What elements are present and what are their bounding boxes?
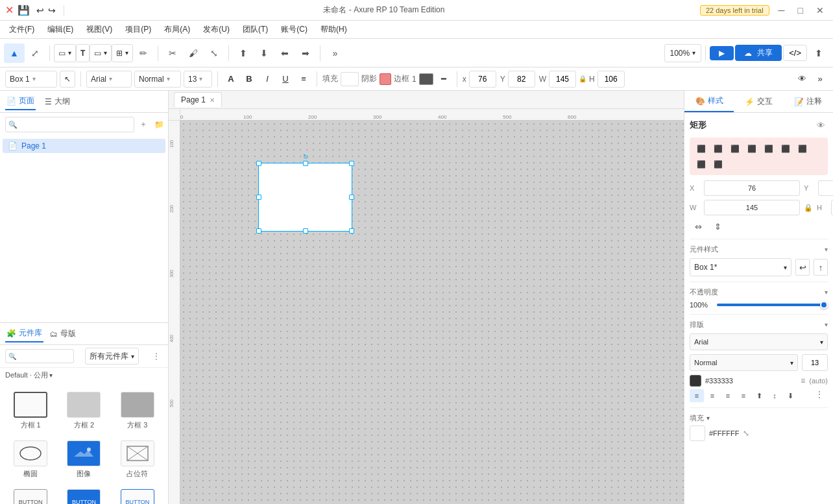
border-color-swatch[interactable]: [419, 73, 433, 85]
share-button[interactable]: ☁ 共享: [735, 45, 782, 61]
menu-help[interactable]: 帮助(H): [314, 21, 354, 38]
paint-tool[interactable]: 🖌: [183, 43, 204, 63]
lock-wh-icon[interactable]: 🔒: [804, 204, 813, 212]
handle-bm[interactable]: [303, 228, 308, 234]
align-tc-btn[interactable]: ⬛: [710, 141, 726, 156]
text-color-list-icon[interactable]: ≡: [801, 376, 805, 385]
save-icon[interactable]: 💾: [18, 5, 30, 16]
crop-tool[interactable]: ✂: [162, 43, 183, 63]
list-btn[interactable]: ≡: [296, 71, 311, 87]
visibility-toggle[interactable]: 👁: [794, 71, 810, 87]
close-btn[interactable]: ✕: [812, 4, 828, 17]
canvas-tab-page1[interactable]: Page 1 ✕: [174, 92, 222, 107]
element-style-select[interactable]: Box 1* ▾: [690, 258, 791, 276]
page-item-page1[interactable]: 📄 Page 1: [3, 139, 165, 153]
text-color-swatch[interactable]: [690, 375, 701, 387]
page-search-input[interactable]: [20, 120, 131, 129]
connection-tool[interactable]: ⤢: [25, 43, 45, 63]
tab-style[interactable]: 🎨 样式: [684, 91, 734, 112]
table-dropdown[interactable]: ⊞ ▾: [112, 44, 133, 62]
style-apply-btn[interactable]: ↩: [795, 259, 810, 276]
style-save-btn[interactable]: ↑: [814, 259, 828, 276]
text-valign-middle[interactable]: ↕: [767, 389, 782, 402]
menu-file[interactable]: 文件(F): [3, 21, 41, 38]
y-prop-input[interactable]: [818, 180, 833, 196]
flip-h-btn[interactable]: ⇔: [690, 219, 706, 234]
align-tl-btn[interactable]: ⬛: [694, 141, 709, 156]
minimize-btn[interactable]: ─: [775, 4, 789, 17]
align-mc-btn[interactable]: ⬛: [744, 141, 760, 156]
comp-item-box1[interactable]: 方框 1: [5, 388, 56, 434]
underline-btn[interactable]: U: [278, 71, 293, 87]
input-dropdown[interactable]: ▭ ▾: [90, 44, 112, 62]
y-input[interactable]: [508, 71, 535, 88]
handle-br[interactable]: [349, 228, 354, 234]
text-align-left[interactable]: ≡: [690, 389, 704, 402]
align-tr-btn[interactable]: ⬛: [727, 141, 743, 156]
box-element[interactable]: ↻: [258, 163, 352, 232]
tab-notes[interactable]: 📝 注释: [784, 91, 833, 112]
page-search[interactable]: 🔍: [5, 117, 134, 132]
menu-edit[interactable]: 编辑(E): [41, 21, 80, 38]
align-br-btn[interactable]: ⬛: [710, 157, 726, 171]
w-prop-input[interactable]: [704, 200, 800, 215]
text-color-btn[interactable]: A: [223, 71, 239, 87]
comp-item-link-btn[interactable]: BUTTON 链接按钮: [112, 485, 163, 504]
font-family-dropdown[interactable]: Arial ▾: [690, 333, 828, 350]
font-select[interactable]: Arial ▾: [86, 71, 132, 88]
element-name-select[interactable]: Box 1 ▾: [5, 71, 57, 88]
redo-icon[interactable]: ↪: [48, 5, 56, 16]
add-page-btn[interactable]: +: [137, 118, 150, 131]
maximize-btn[interactable]: □: [794, 4, 807, 17]
run-button[interactable]: ▶: [710, 46, 734, 60]
tab-outline[interactable]: ☰ 大纲: [43, 93, 71, 110]
comp-item-box2[interactable]: 方框 2: [58, 388, 109, 434]
x-prop-input[interactable]: [704, 180, 800, 196]
align-top[interactable]: ⬆: [233, 43, 254, 63]
handle-tl[interactable]: [256, 161, 261, 166]
text-dropdown[interactable]: T: [76, 44, 90, 62]
tab-pages[interactable]: 📄 页面: [5, 93, 36, 110]
shape-dropdown[interactable]: ▭ ▾: [54, 44, 76, 62]
canvas-wrapper[interactable]: 0 100 200 300 400 500 600 100 200 300 40…: [169, 109, 684, 504]
text-valign-top[interactable]: ⬆: [752, 389, 766, 402]
font-weight-dropdown[interactable]: Normal ▾: [690, 354, 798, 371]
select-tool[interactable]: ▲: [4, 43, 25, 63]
text-align-right[interactable]: ≡: [721, 389, 735, 402]
shadow-swatch[interactable]: [380, 73, 391, 85]
text-align-center[interactable]: ≡: [705, 389, 719, 402]
rotate-handle[interactable]: ↻: [303, 153, 308, 160]
text-valign-bottom[interactable]: ⬇: [783, 389, 797, 402]
handle-mr[interactable]: [349, 195, 354, 200]
align-bottom[interactable]: ⬇: [254, 43, 274, 63]
comp-search-input[interactable]: [19, 352, 71, 360]
opacity-slider-thumb[interactable]: [820, 301, 828, 309]
zoom-select[interactable]: 100% ▾: [664, 44, 702, 62]
menu-view[interactable]: 视图(V): [80, 21, 119, 38]
canvas-content[interactable]: ↻: [180, 121, 684, 504]
align-ml-btn[interactable]: ⬛: [761, 141, 777, 156]
menu-project[interactable]: 项目(P): [119, 21, 158, 38]
more-format-options[interactable]: »: [812, 71, 828, 87]
menu-team[interactable]: 团队(T): [236, 21, 274, 38]
comp-search[interactable]: 🔍: [5, 349, 74, 363]
opacity-slider[interactable]: [717, 304, 828, 306]
align-left[interactable]: ⬅: [274, 43, 295, 63]
comp-more-btn[interactable]: ⋮: [150, 350, 163, 363]
fill-expand-btn[interactable]: ⤡: [743, 429, 749, 438]
tab-masters[interactable]: 🗂 母版: [49, 326, 77, 342]
comp-item-button[interactable]: BUTTON 按钮: [5, 485, 56, 504]
fill-color-swatch[interactable]: [690, 426, 705, 441]
comp-item-placeholder[interactable]: 占位符: [112, 437, 163, 483]
comp-item-box3[interactable]: 方框 3: [112, 388, 163, 434]
w-input[interactable]: [549, 71, 576, 88]
tab-components[interactable]: 🧩 元件库: [5, 325, 43, 342]
code-button[interactable]: </>: [783, 45, 807, 61]
pen-tool[interactable]: ✏: [133, 43, 154, 63]
text-more-btn[interactable]: ⋮: [815, 389, 828, 402]
font-weight-select[interactable]: Normal ▾: [134, 71, 181, 88]
handle-bl[interactable]: [256, 228, 261, 234]
more-tools[interactable]: »: [324, 43, 345, 63]
tab-interact[interactable]: ⚡ 交互: [734, 91, 783, 112]
export-btn[interactable]: ⬆: [808, 43, 829, 63]
